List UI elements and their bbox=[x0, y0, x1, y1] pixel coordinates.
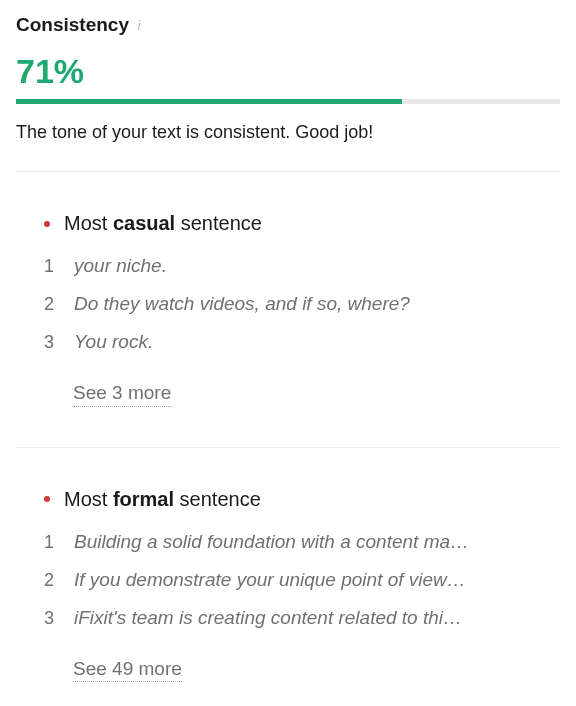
list-num: 2 bbox=[44, 294, 58, 315]
see-more-casual-button[interactable]: See 3 more bbox=[73, 381, 171, 407]
list-num: 1 bbox=[44, 532, 58, 553]
list-sentence: You rock. bbox=[74, 331, 153, 353]
see-more-formal-button[interactable]: See 49 more bbox=[73, 657, 182, 683]
casual-heading-text: Most casual sentence bbox=[64, 212, 262, 235]
progress-fill bbox=[16, 99, 402, 104]
dot-icon bbox=[44, 221, 50, 227]
formal-list: 1 Building a solid foundation with a con… bbox=[16, 531, 560, 629]
page-title: Consistency bbox=[16, 14, 129, 36]
progress-bar bbox=[16, 99, 560, 104]
divider bbox=[16, 171, 560, 172]
heading-bold: formal bbox=[113, 488, 174, 510]
list-num: 1 bbox=[44, 256, 58, 277]
list-num: 3 bbox=[44, 608, 58, 629]
formal-heading-text: Most formal sentence bbox=[64, 488, 261, 511]
list-sentence: iFixit's team is creating content relate… bbox=[74, 607, 462, 629]
list-sentence: your niche. bbox=[74, 255, 167, 277]
heading-suffix: sentence bbox=[175, 212, 262, 234]
list-num: 2 bbox=[44, 570, 58, 591]
list-item: 2 Do they watch videos, and if so, where… bbox=[44, 293, 560, 315]
list-num: 3 bbox=[44, 332, 58, 353]
list-sentence: If you demonstrate your unique point of … bbox=[74, 569, 466, 591]
list-item: 3 iFixit's team is creating content rela… bbox=[44, 607, 560, 629]
divider bbox=[16, 447, 560, 448]
consistency-percent: 71% bbox=[16, 52, 560, 91]
list-item: 1 Building a solid foundation with a con… bbox=[44, 531, 560, 553]
list-item: 2 If you demonstrate your unique point o… bbox=[44, 569, 560, 591]
formal-heading: Most formal sentence bbox=[16, 488, 560, 511]
consistency-description: The tone of your text is consistent. Goo… bbox=[16, 122, 560, 143]
heading-bold: casual bbox=[113, 212, 175, 234]
list-sentence: Building a solid foundation with a conte… bbox=[74, 531, 469, 553]
list-item: 3 You rock. bbox=[44, 331, 560, 353]
list-item: 1 your niche. bbox=[44, 255, 560, 277]
heading-prefix: Most bbox=[64, 212, 113, 234]
casual-heading: Most casual sentence bbox=[16, 212, 560, 235]
info-icon[interactable]: i bbox=[137, 18, 141, 33]
dot-icon bbox=[44, 496, 50, 502]
heading-prefix: Most bbox=[64, 488, 113, 510]
heading-suffix: sentence bbox=[174, 488, 261, 510]
list-sentence: Do they watch videos, and if so, where? bbox=[74, 293, 410, 315]
casual-list: 1 your niche. 2 Do they watch videos, an… bbox=[16, 255, 560, 353]
